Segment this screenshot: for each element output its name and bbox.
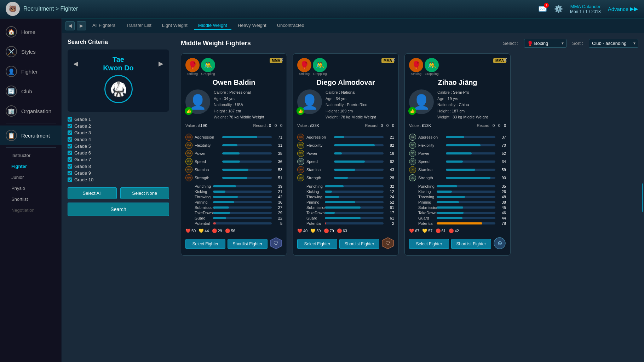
sort-label: Sort : — [572, 41, 583, 46]
stat-value: 35 — [274, 151, 282, 156]
grade-6-checkbox[interactable] — [68, 151, 72, 155]
grade-item-10[interactable]: Grade 10 — [68, 176, 169, 183]
shortlist-fighter-button[interactable]: Shortlist Fighter — [228, 239, 268, 249]
stat-name: Flexibility — [195, 143, 220, 147]
search-button[interactable]: Search — [68, 203, 169, 216]
gear-icon[interactable]: ⚙️ — [554, 5, 563, 13]
striking-icon-group: 🥊 Striking — [297, 58, 311, 76]
style-prev-button[interactable]: ◀ — [73, 60, 78, 68]
grade-1-checkbox[interactable] — [68, 117, 72, 122]
select-label: Select : — [503, 41, 518, 46]
grade-icon: G2 — [409, 134, 416, 141]
sidebar-item-home[interactable]: 🏠 Home — [0, 22, 62, 42]
select-fighter-button[interactable]: Select Fighter — [409, 239, 449, 249]
grade-8-label: Grade 8 — [74, 164, 91, 169]
nav-forward-button[interactable]: ▶ — [77, 21, 86, 30]
stat-row: G3 Flexibility 82 — [297, 142, 394, 149]
nav-back-button[interactable]: ◀ — [65, 21, 75, 30]
select-fighter-button[interactable]: Select Fighter — [297, 239, 337, 249]
sidebar-sub-instructor[interactable]: Instructor — [0, 150, 62, 161]
stat-value: 2 — [386, 221, 394, 226]
striking-icon: 🥊 — [297, 58, 311, 72]
stat-row: Submission 61 — [297, 205, 394, 210]
card-close-button[interactable]: ✕ — [279, 57, 284, 63]
striking-label: Striking — [411, 72, 421, 76]
stat-name: Throwing — [297, 195, 323, 199]
stat-row: G3 Stamina 59 — [409, 166, 506, 173]
sidebar-item-recruitment[interactable]: 📋 Recruitment — [0, 125, 62, 145]
sort-dropdown[interactable]: Club - ascending Club - descending Name … — [589, 39, 638, 48]
grade-icon: G1 — [409, 174, 416, 181]
shortlist-fighter-button[interactable]: Shortlist Fighter — [451, 239, 491, 249]
bottom-stat-val-0: 50 — [191, 229, 196, 233]
grade-4-checkbox[interactable] — [68, 137, 72, 142]
grade-item-2[interactable]: Grade 2 — [68, 123, 169, 129]
bottom-stat-icon-1: 💛 — [310, 228, 316, 233]
advance-button[interactable]: Advance ▶▶ — [608, 6, 638, 12]
sidebar-sub-fighter[interactable]: Fighter — [0, 161, 62, 172]
tab-all-fighters[interactable]: All Fighters — [88, 21, 120, 30]
grade-9-checkbox[interactable] — [68, 171, 72, 175]
stat-row: G6 Aggression 21 — [297, 134, 394, 141]
grade-item-8[interactable]: Grade 8 — [68, 163, 169, 170]
stat-value: 51 — [274, 176, 282, 180]
tab-middle-weight[interactable]: Middle Weight — [194, 21, 231, 30]
sidebar-sub-shortlist[interactable]: Shortlist — [0, 194, 62, 205]
grade-list: Grade 1 Grade 2 Grade 3 Grade 4 Grade 5 … — [68, 116, 169, 183]
bottom-stat-val-1: 44 — [205, 229, 209, 233]
striking-icon-group: 🥊 Striking — [185, 58, 200, 76]
value-record: Value : £19K Record : 0 - 0 - 0 — [185, 123, 282, 130]
tab-transfer-list[interactable]: Transfer List — [122, 21, 156, 30]
card-close-button[interactable]: ✕ — [391, 57, 396, 63]
fighter-icon: 👤 — [6, 66, 17, 77]
grade-item-7[interactable]: Grade 7 — [68, 156, 169, 163]
bottom-stat-val-2: 29 — [218, 229, 222, 233]
sidebar-item-styles[interactable]: ⚔️ Styles — [0, 42, 62, 62]
grade-7-checkbox[interactable] — [68, 157, 72, 162]
tab-uncontracted[interactable]: Uncontracted — [273, 21, 309, 30]
grade-item-1[interactable]: Grade 1 — [68, 116, 169, 123]
grade-8-checkbox[interactable] — [68, 164, 72, 169]
stat-row: Punching 39 — [185, 184, 282, 188]
stat-bar-fill — [437, 185, 457, 187]
sidebar-item-club[interactable]: 🔄 Club — [0, 81, 62, 101]
grade-10-checkbox[interactable] — [68, 177, 72, 182]
stat-name: Throwing — [409, 195, 435, 199]
sidebar-item-fighter[interactable]: 👤 Fighter — [0, 62, 62, 81]
grade-icon: G4 — [185, 150, 192, 157]
sidebar-sub-negotiation[interactable]: Negotiation — [0, 205, 62, 216]
grade-item-9[interactable]: Grade 9 — [68, 170, 169, 176]
stat-name: Potential — [185, 221, 211, 226]
fighters-controls: Select : 🥊 Boxing Grappling Sort : Club … — [503, 39, 638, 48]
stat-value: 36 — [274, 159, 282, 164]
sidebar-sub-junior[interactable]: Junior — [0, 172, 62, 183]
grade-5-checkbox[interactable] — [68, 144, 72, 148]
select-none-button[interactable]: Select None — [120, 187, 169, 199]
grade-3-checkbox[interactable] — [68, 130, 72, 135]
style-next-button[interactable]: ▶ — [159, 60, 163, 68]
stat-row: Punching 35 — [409, 184, 506, 188]
bottom-stat-val-2: 79 — [330, 229, 334, 233]
stat-bar-fill — [213, 201, 234, 203]
tab-light-weight[interactable]: Light Weight — [158, 21, 192, 30]
grade-item-3[interactable]: Grade 3 — [68, 129, 169, 136]
mail-icon[interactable]: ✉️ 1 — [538, 5, 547, 13]
stat-name: Punching — [409, 184, 435, 188]
grade-2-checkbox[interactable] — [68, 124, 72, 128]
value-record: Value : £33K Record : 0 - 0 - 0 — [297, 123, 394, 130]
grade-item-5[interactable]: Grade 5 — [68, 143, 169, 150]
sidebar-sub-physio[interactable]: Physio — [0, 183, 62, 194]
grade-item-4[interactable]: Grade 4 — [68, 136, 169, 143]
grade-item-6[interactable]: Grade 6 — [68, 150, 169, 156]
select-fighter-button[interactable]: Select Fighter — [185, 239, 225, 249]
stat-value: 61 — [386, 205, 394, 210]
select-all-button[interactable]: Select All — [68, 187, 117, 199]
sidebar-item-organisation[interactable]: 🏢 Organisation — [0, 101, 62, 121]
select-dropdown[interactable]: 🥊 Boxing Grappling — [524, 39, 567, 48]
shortlist-fighter-button[interactable]: Shortlist Fighter — [339, 239, 379, 249]
tab-heavy-weight[interactable]: Heavy Weight — [234, 21, 271, 30]
fighter-cards-container: ✕ 🥊 Striking 🤼 Grappling MMA Owen Bald — [181, 53, 638, 256]
stat-bar-bg — [213, 191, 272, 193]
card-buttons: Select Fighter Shortlist Fighter 🛡 — [297, 237, 394, 251]
card-close-button[interactable]: ✕ — [503, 57, 507, 63]
